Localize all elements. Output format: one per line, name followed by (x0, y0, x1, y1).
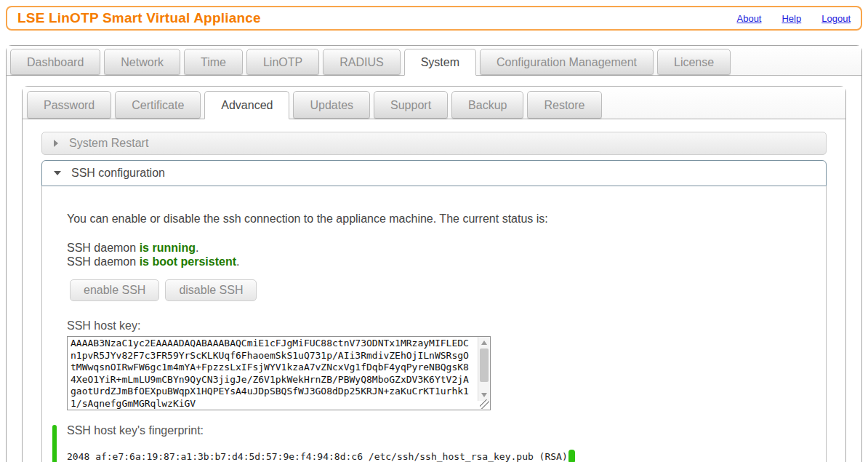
tab-license[interactable]: License (657, 49, 731, 75)
tab-linotp[interactable]: LinOTP (246, 49, 319, 75)
period: . (196, 242, 198, 254)
app-header: LSE LinOTP Smart Virtual Appliance About… (6, 6, 862, 31)
ssh-host-key-label: SSH host key: (67, 319, 801, 332)
main-tab-bar: Dashboard Network Time LinOTP RADIUS Sys… (7, 46, 861, 76)
enable-ssh-button[interactable]: enable SSH (70, 279, 159, 301)
ssh-daemon-prefix: SSH daemon (67, 242, 136, 254)
about-link[interactable]: About (737, 13, 762, 24)
resize-grip-icon[interactable] (480, 399, 489, 409)
ssh-daemon-persistent-status: is boot persistent (140, 255, 236, 268)
tab-configuration-management[interactable]: Configuration Management (480, 49, 654, 75)
accordion-system-restart-label: System Restart (69, 137, 148, 150)
fingerprint-value: 2048 af:e7:6a:19:87:a1:3b:b7:d4:5d:57:9e… (67, 451, 568, 462)
ssh-daemon-status-line: SSH daemon is running. (67, 241, 801, 255)
tab-restore[interactable]: Restore (527, 91, 601, 119)
scroll-up-arrow-icon[interactable] (481, 340, 487, 345)
system-panel-body: Password Certificate Advanced Updates Su… (7, 76, 861, 462)
textarea-scrollbar[interactable] (478, 337, 490, 401)
disable-ssh-button[interactable]: disable SSH (165, 279, 257, 301)
green-cursor-block (568, 450, 575, 462)
tab-dashboard[interactable]: Dashboard (10, 49, 100, 75)
header-links: About Help Logout (737, 13, 851, 24)
help-link[interactable]: Help (781, 13, 801, 24)
tab-password[interactable]: Password (27, 91, 111, 119)
period: . (236, 255, 239, 268)
system-sub-tab-bar: Password Certificate Advanced Updates Su… (23, 87, 845, 119)
fingerprint-label: SSH host key's fingerprint: (67, 424, 801, 437)
scrollbar-thumb[interactable] (480, 349, 489, 382)
accordion-ssh-configuration[interactable]: SSH configuration (41, 160, 827, 186)
tab-radius[interactable]: RADIUS (323, 49, 400, 75)
ssh-daemon-prefix: SSH daemon (67, 255, 136, 268)
tab-support[interactable]: Support (374, 91, 448, 119)
fingerprint-line: 2048 af:e7:6a:19:87:a1:3b:b7:d4:5d:57:9e… (67, 450, 801, 462)
accordion-system-restart[interactable]: System Restart (41, 132, 827, 155)
ssh-button-row: enable SSH disable SSH (70, 279, 801, 301)
accordion-ssh-configuration-label: SSH configuration (71, 167, 165, 180)
system-sub-tab-panel: Password Certificate Advanced Updates Su… (22, 86, 846, 462)
tab-backup[interactable]: Backup (451, 91, 523, 119)
tab-certificate[interactable]: Certificate (115, 91, 201, 119)
advanced-panel-body: System Restart SSH configuration You can… (23, 119, 845, 462)
green-indicator-bar (52, 425, 57, 462)
ssh-daemon-persistent-line: SSH daemon is boot persistent. (67, 255, 801, 268)
main-tab-panel: Dashboard Network Time LinOTP RADIUS Sys… (6, 45, 862, 462)
app-title: LSE LinOTP Smart Virtual Appliance (17, 10, 261, 26)
fingerprint-section: SSH host key's fingerprint: 2048 af:e7:6… (67, 424, 801, 462)
ssh-configuration-panel: You can enable or disable the ssh connec… (41, 186, 827, 462)
tab-time[interactable]: Time (184, 49, 243, 75)
logout-link[interactable]: Logout (821, 13, 851, 24)
triangle-down-icon (54, 171, 61, 175)
tab-updates[interactable]: Updates (293, 91, 370, 119)
tab-network[interactable]: Network (104, 49, 180, 75)
tab-system[interactable]: System (404, 49, 476, 76)
ssh-intro-text: You can enable or disable the ssh connec… (67, 212, 801, 226)
scroll-down-arrow-icon[interactable] (481, 393, 487, 397)
tab-advanced[interactable]: Advanced (204, 91, 289, 119)
ssh-host-key-textarea[interactable]: AAAAB3NzaC1yc2EAAAADAQABAAABAQCmiE1cFJgM… (68, 337, 490, 410)
triangle-right-icon (54, 140, 58, 147)
ssh-daemon-running-status: is running (140, 242, 196, 254)
ssh-host-key-field: AAAAB3NzaC1yc2EAAAADAQABAAABAQCmiE1cFJgM… (67, 336, 491, 410)
